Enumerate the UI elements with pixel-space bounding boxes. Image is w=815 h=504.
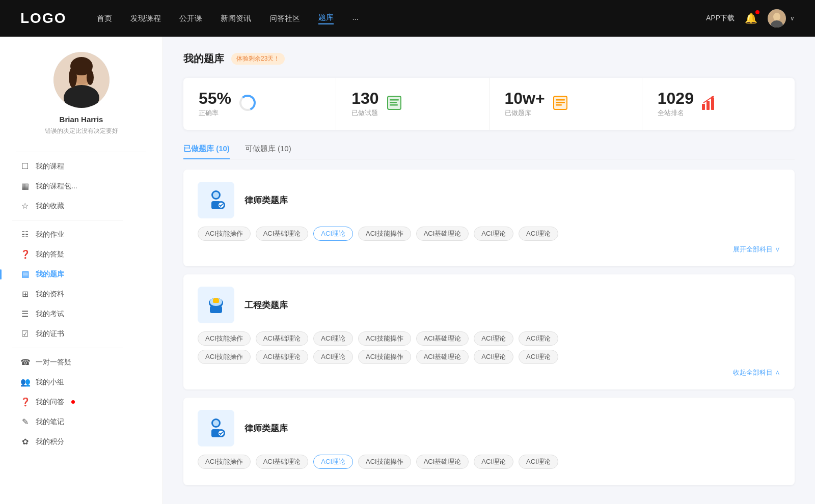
tag[interactable]: ACI理论 (474, 331, 513, 346)
expand-link-1[interactable]: 展开全部科目 ∨ (198, 245, 780, 254)
tag[interactable]: ACI理论 (313, 331, 353, 346)
logo[interactable]: LOGO (20, 10, 66, 26)
sidebar-item-my-course[interactable]: ☐ 我的课程 (12, 156, 150, 176)
stat-banks-value: 10w+ (505, 90, 545, 106)
sidebar-item-1on1-qa[interactable]: ☎ 一对一答疑 (12, 352, 150, 372)
tag[interactable]: ACI基础理论 (256, 331, 309, 346)
tag[interactable]: ACI理论 (519, 227, 558, 241)
tag[interactable]: ACI技能操作 (358, 350, 411, 364)
stat-questions-done: 130 已做试题 (336, 78, 489, 130)
sidebar-item-exam[interactable]: ☰ 我的考试 (12, 304, 150, 324)
sidebar-item-my-qa[interactable]: ❓ 我的问答 (12, 392, 150, 412)
tabs-row: 已做题库 (10) 可做题库 (10) (183, 144, 795, 159)
bank-tags-3: ACI技能操作 ACI基础理论 ACI理论 ACI技能操作 ACI基础理论 AC… (198, 455, 780, 469)
banks-icon (552, 95, 568, 113)
user-avatar-menu[interactable]: ∨ (768, 9, 795, 27)
bank-name-2: 工程类题库 (244, 299, 288, 311)
avatar (768, 9, 786, 27)
main-layout: Brian Harris 错误的决定比没有决定要好 ☐ 我的课程 ▦ 我的课程包… (0, 37, 815, 504)
nav-qa[interactable]: 问答社区 (269, 14, 300, 23)
nav-news[interactable]: 新闻资讯 (221, 14, 251, 23)
tag[interactable]: ACI基础理论 (416, 350, 469, 364)
sidebar-item-my-course-pkg[interactable]: ▦ 我的课程包... (12, 176, 150, 196)
tag-active[interactable]: ACI理论 (313, 455, 353, 469)
myqa-icon: ❓ (20, 397, 30, 407)
sidebar-item-group[interactable]: 👥 我的小组 (12, 372, 150, 392)
tag[interactable]: ACI技能操作 (358, 331, 411, 346)
stat-accuracy-label: 正确率 (199, 108, 231, 118)
tag[interactable]: ACI技能操作 (198, 455, 251, 469)
1on1-icon: ☎ (20, 357, 30, 367)
tag[interactable]: ACI理论 (313, 350, 353, 364)
bank-card-3: 律师类题库 ACI技能操作 ACI基础理论 ACI理论 ACI技能操作 ACI基… (183, 398, 795, 485)
tag[interactable]: ACI基础理论 (256, 227, 309, 241)
sidebar-item-label: 我的收藏 (36, 202, 64, 211)
svg-rect-21 (556, 104, 562, 106)
tag[interactable]: ACI技能操作 (358, 227, 411, 241)
sidebar-item-my-favorites[interactable]: ☆ 我的收藏 (12, 196, 150, 216)
nav-discover[interactable]: 发现课程 (130, 14, 161, 23)
accuracy-chart-icon (238, 94, 257, 114)
sidebar-item-label: 我的问答 (36, 398, 64, 407)
svg-rect-23 (707, 101, 710, 110)
tag[interactable]: ACI基础理论 (256, 350, 309, 364)
stat-accuracy: 55% 正确率 (183, 78, 336, 130)
nav-open-course[interactable]: 公开课 (179, 14, 202, 23)
tag[interactable]: ACI理论 (474, 455, 513, 469)
main-nav: 首页 发现课程 公开课 新闻资讯 问答社区 题库 ··· (97, 13, 706, 24)
sidebar-item-label: 我的作业 (36, 230, 64, 239)
qa-badge (71, 400, 75, 404)
chevron-down-icon: ∨ (790, 15, 795, 22)
sidebar: Brian Harris 错误的决定比没有决定要好 ☐ 我的课程 ▦ 我的课程包… (0, 37, 163, 504)
sidebar-item-points[interactable]: ✿ 我的积分 (12, 432, 150, 452)
nav-question-bank[interactable]: 题库 (318, 13, 334, 24)
tag[interactable]: ACI基础理论 (416, 455, 469, 469)
favorites-icon: ☆ (20, 201, 30, 211)
app-download-link[interactable]: APP下载 (706, 14, 735, 23)
tag[interactable]: ACI技能操作 (358, 455, 411, 469)
tag[interactable]: ACI技能操作 (198, 227, 251, 241)
tag[interactable]: ACI基础理论 (416, 227, 469, 241)
tag[interactable]: ACI理论 (474, 227, 513, 241)
stat-banks-text: 10w+ 已做题库 (505, 90, 545, 118)
tab-available[interactable]: 可做题库 (10) (245, 144, 291, 159)
tag[interactable]: ACI基础理论 (416, 331, 469, 346)
stat-questions-value: 130 (351, 90, 378, 106)
tag[interactable]: ACI理论 (474, 350, 513, 364)
stat-accuracy-text: 55% 正确率 (199, 90, 231, 118)
nav-home[interactable]: 首页 (97, 14, 112, 23)
tag[interactable]: ACI理论 (519, 350, 558, 364)
tag[interactable]: ACI技能操作 (198, 350, 251, 364)
sidebar-item-qa[interactable]: ❓ 我的答疑 (12, 244, 150, 264)
sidebar-item-materials[interactable]: ⊞ 我的资料 (12, 284, 150, 304)
notification-bell[interactable]: 🔔 (745, 12, 757, 24)
tag-active[interactable]: ACI理论 (313, 227, 353, 241)
svg-rect-22 (702, 104, 705, 110)
stats-row: 55% 正确率 130 已做试题 (183, 78, 795, 130)
tab-done[interactable]: 已做题库 (10) (183, 144, 230, 159)
sidebar-item-notes[interactable]: ✎ 我的笔记 (12, 412, 150, 432)
homework-icon: ☷ (20, 230, 30, 239)
page-title: 我的题库 (183, 52, 224, 66)
sidebar-item-certificate[interactable]: ☑ 我的证书 (12, 324, 150, 344)
collapse-link-2[interactable]: 收起全部科目 ∧ (198, 368, 780, 377)
svg-rect-24 (711, 98, 714, 110)
sidebar-item-label: 我的考试 (36, 310, 64, 319)
tag[interactable]: ACI理论 (519, 455, 558, 469)
sidebar-item-homework[interactable]: ☷ 我的作业 (12, 225, 150, 244)
bank-lawyer-icon-1 (198, 182, 234, 218)
profile-name: Brian Harris (60, 115, 103, 124)
nav-more[interactable]: ··· (352, 14, 359, 23)
tag[interactable]: ACI技能操作 (198, 331, 251, 346)
sidebar-item-question-bank[interactable]: ▤ 我的题库 (12, 264, 150, 284)
questions-icon (386, 95, 402, 113)
sidebar-divider-2 (12, 348, 123, 348)
svg-point-35 (213, 298, 219, 302)
stat-rank-value: 1029 (658, 90, 694, 106)
tag[interactable]: ACI理论 (519, 331, 558, 346)
content-area: 我的题库 体验剩余23天！ 55% 正确率 (163, 37, 815, 504)
tag[interactable]: ACI基础理论 (256, 455, 309, 469)
points-icon: ✿ (20, 437, 30, 446)
sidebar-divider-top (16, 152, 146, 152)
materials-icon: ⊞ (20, 289, 30, 299)
